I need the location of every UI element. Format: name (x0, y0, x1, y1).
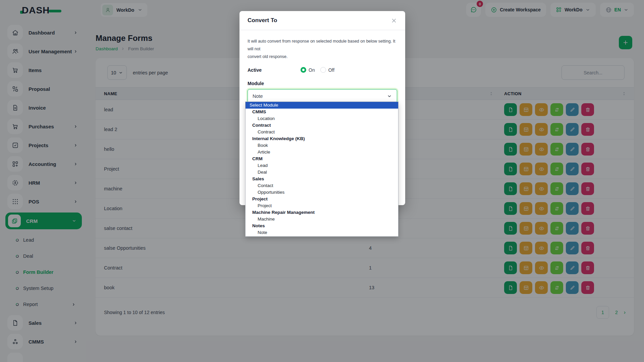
dropdown-option-contract[interactable]: Contract (246, 129, 398, 135)
radio-off-option[interactable]: Off (320, 67, 334, 73)
dropdown-group-crm: CRM (246, 156, 398, 162)
modal-title: Convert To (248, 17, 277, 24)
module-select[interactable]: Note (248, 89, 397, 103)
dropdown-group-internal-knowledge-kb-: Internal Knowledge (KB) (246, 135, 398, 142)
close-icon[interactable] (391, 17, 397, 24)
module-select-value: Note (253, 94, 263, 99)
modal-description-line1: It will auto convert from response on se… (248, 39, 395, 51)
dropdown-option-machine[interactable]: Machine (246, 216, 398, 223)
radio-off-icon (320, 67, 326, 73)
modal-description-line2: convert old response. (248, 53, 399, 61)
active-field-row: Active On Off (248, 67, 397, 73)
dropdown-group-sales: Sales (246, 176, 398, 182)
dropdown-option-note[interactable]: Note (246, 229, 398, 236)
dropdown-group-machine-repair-management: Machine Repair Management (246, 209, 398, 216)
module-select-dropdown: Select ModuleCMMSLocationContractContrac… (245, 102, 398, 237)
dropdown-option-lead[interactable]: Lead (246, 162, 398, 169)
dropdown-option-location[interactable]: Location (246, 115, 398, 122)
module-label: Module (248, 81, 397, 86)
modal-header: Convert To (239, 11, 405, 30)
dropdown-option-opportunities[interactable]: Opportunities (246, 189, 398, 196)
convert-to-modal: Convert To It will auto convert from res… (239, 11, 405, 205)
dropdown-group-contract: Contract (246, 122, 398, 129)
radio-on-label: On (309, 67, 315, 73)
radio-on-option[interactable]: On (301, 67, 315, 73)
active-label: Active (248, 67, 262, 73)
dropdown-group-project: Project (246, 196, 398, 202)
dropdown-option-project[interactable]: Project (246, 202, 398, 209)
dropdown-group-notes: Notes (246, 223, 398, 229)
dropdown-option-select-module[interactable]: Select Module (246, 102, 398, 109)
chevron-down-icon (387, 94, 392, 99)
modal-description: It will auto convert from response on se… (248, 38, 399, 61)
dropdown-option-deal[interactable]: Deal (246, 169, 398, 176)
radio-on-icon (301, 67, 306, 73)
app-root: DASH WorkDo 0 Create Workspace WorkDo (0, 0, 644, 362)
modal-body: It will auto convert from response on se… (239, 30, 405, 110)
dropdown-group-cmms: CMMS (246, 109, 398, 115)
dropdown-option-book[interactable]: Book (246, 142, 398, 149)
dropdown-option-contact[interactable]: Contact (246, 182, 398, 189)
dropdown-option-article[interactable]: Article (246, 149, 398, 156)
active-radio-group: On Off (301, 67, 334, 73)
radio-off-label: Off (328, 67, 334, 73)
